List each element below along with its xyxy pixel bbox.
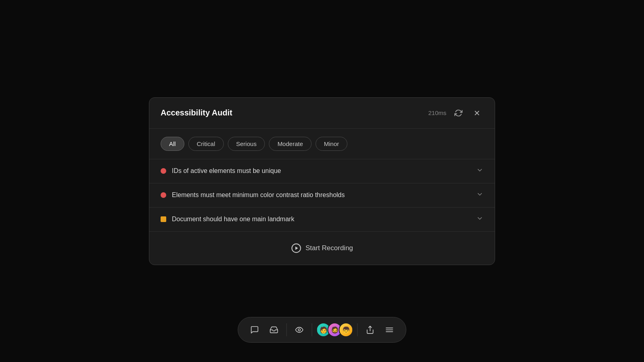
start-recording-button[interactable]: Start Recording	[283, 240, 361, 257]
refresh-button[interactable]	[452, 107, 465, 119]
header-actions: 210ms	[428, 107, 483, 119]
filter-moderate[interactable]: Moderate	[269, 137, 311, 151]
divider-2	[312, 323, 312, 336]
issue-text-1: IDs of active elements must be unique	[172, 167, 281, 175]
refresh-icon	[454, 109, 462, 117]
issue-list: IDs of active elements must be unique El…	[149, 159, 495, 232]
chat-button[interactable]	[246, 321, 263, 338]
inbox-icon	[270, 325, 279, 334]
share-button[interactable]	[362, 321, 379, 338]
record-button-row: Start Recording	[149, 232, 495, 265]
issue-text-2: Elements must meet minimum color contras…	[172, 191, 345, 199]
close-button[interactable]	[471, 107, 483, 119]
issue-item-3[interactable]: Document should have one main landmark	[149, 208, 495, 231]
avatar-group: 🧑 🧔 👦	[316, 323, 353, 337]
dialog-title: Accessibility Audit	[161, 108, 232, 117]
accessibility-audit-dialog: Accessibility Audit 210ms All Critical S…	[149, 97, 495, 265]
filter-serious[interactable]: Serious	[228, 137, 265, 151]
issue-left-3: Document should have one main landmark	[161, 216, 294, 223]
filter-all[interactable]: All	[161, 137, 184, 151]
issue-item-2[interactable]: Elements must meet minimum color contras…	[149, 183, 495, 208]
chevron-down-icon-1	[476, 167, 483, 176]
severity-indicator-critical-1	[161, 168, 166, 174]
issue-text-3: Document should have one main landmark	[172, 216, 294, 223]
record-label: Start Recording	[305, 244, 353, 252]
filter-minor[interactable]: Minor	[316, 137, 348, 151]
play-circle-icon	[291, 243, 301, 253]
menu-button[interactable]	[381, 321, 398, 338]
svg-point-4	[298, 329, 301, 331]
preview-button[interactable]	[291, 321, 308, 338]
chevron-down-icon-3	[476, 215, 483, 224]
eye-icon	[295, 325, 304, 334]
dialog-header: Accessibility Audit 210ms	[149, 98, 495, 129]
bottom-toolbar: 🧑 🧔 👦	[238, 317, 407, 343]
share-icon	[366, 325, 375, 334]
issue-left-2: Elements must meet minimum color contras…	[161, 191, 345, 199]
chevron-down-icon-2	[476, 191, 483, 200]
divider-3	[357, 323, 358, 336]
issue-item-1[interactable]: IDs of active elements must be unique	[149, 159, 495, 183]
severity-indicator-moderate-3	[161, 216, 166, 222]
inbox-button[interactable]	[266, 321, 283, 338]
avatar-3[interactable]: 👦	[339, 323, 353, 337]
filter-critical[interactable]: Critical	[188, 137, 224, 151]
menu-icon	[385, 325, 394, 334]
issue-left-1: IDs of active elements must be unique	[161, 167, 281, 175]
close-icon	[473, 109, 481, 117]
timer-display: 210ms	[428, 109, 446, 116]
divider-1	[287, 323, 287, 336]
svg-marker-3	[295, 246, 298, 250]
filter-bar: All Critical Serious Moderate Minor	[149, 129, 495, 159]
severity-indicator-critical-2	[161, 192, 166, 198]
chat-icon	[250, 325, 259, 334]
